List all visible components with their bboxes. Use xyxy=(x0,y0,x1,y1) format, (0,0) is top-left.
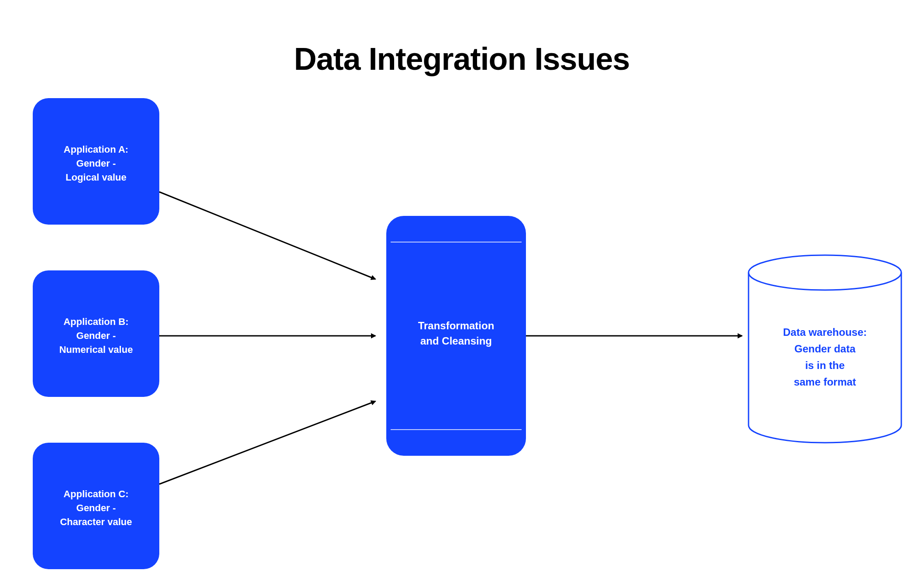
app-c-line2: Gender - xyxy=(76,502,116,513)
app-c-line3: Character value xyxy=(60,516,132,527)
warehouse-line4: same format xyxy=(794,376,856,388)
warehouse-line3: is in the xyxy=(805,359,845,371)
app-a-line3: Logical value xyxy=(65,172,126,183)
node-data-warehouse: Data warehouse: Gender data is in the sa… xyxy=(749,255,901,443)
warehouse-line2: Gender data xyxy=(794,343,856,355)
app-b-line1: Application B: xyxy=(63,316,128,327)
warehouse-line1: Data warehouse: xyxy=(783,326,867,338)
arrow-c-to-process xyxy=(159,401,375,484)
node-transformation: Transformation and Cleansing xyxy=(386,216,526,456)
svg-point-6 xyxy=(749,255,901,290)
arrow-a-to-process xyxy=(159,192,375,279)
process-line2: and Cleansing xyxy=(420,335,492,347)
process-line1: Transformation xyxy=(418,320,495,331)
app-b-line2: Gender - xyxy=(76,330,116,341)
app-c-line1: Application C: xyxy=(63,488,128,499)
diagram-canvas: Data Integration Issues Application A: G… xyxy=(0,0,924,584)
app-b-line3: Numerical value xyxy=(59,344,133,355)
app-a-line2: Gender - xyxy=(76,158,116,169)
node-application-a: Application A: Gender - Logical value xyxy=(33,98,159,225)
diagram-title: Data Integration Issues xyxy=(294,41,629,76)
node-application-b: Application B: Gender - Numerical value xyxy=(33,270,159,397)
node-application-c: Application C: Gender - Character value xyxy=(33,443,159,569)
app-a-line1: Application A: xyxy=(64,144,128,155)
